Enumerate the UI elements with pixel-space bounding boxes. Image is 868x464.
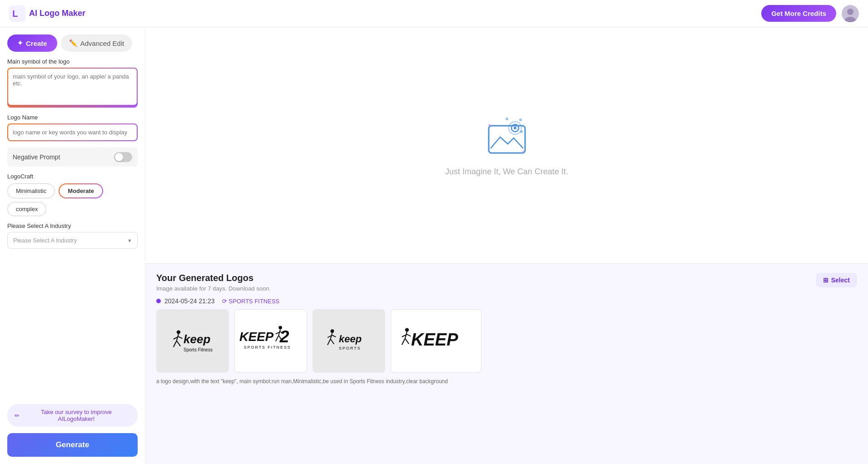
logo-cards: keep Sports Fitness [156,309,857,373]
logo-card-3[interactable]: keep SPORTS [312,309,385,373]
sparkle-icon: ✦ [17,39,23,47]
generate-button[interactable]: Generate [7,433,138,457]
header-right: Get More Credits [761,5,859,22]
svg-line-42 [402,339,405,345]
industry-group: Please Select A Industry Please Select A… [7,222,138,249]
lc-complex[interactable]: complex [7,202,46,216]
logo-card-2[interactable]: KEEP 2 SPORTS FITNESS [234,309,307,373]
tag-icon: ⟳ [222,298,227,305]
logo-name-input[interactable] [8,124,137,140]
svg-line-35 [327,339,331,345]
svg-point-6 [519,118,522,121]
logo-name-label: Logo Name [7,114,138,121]
timestamp-dot [156,299,161,303]
app-logo-icon: L [9,5,25,22]
symbol-textarea[interactable] [8,69,137,105]
svg-line-21 [179,336,182,338]
svg-point-10 [514,127,516,129]
svg-line-27 [276,336,278,341]
survey-icon: ✏ [15,412,20,419]
svg-point-3 [847,9,853,15]
timestamp-text: 2024-05-24 21:23 [164,297,215,305]
svg-point-16 [177,330,180,334]
svg-text:KEEP: KEEP [411,330,458,349]
lc-minimalistic[interactable]: Minimalistic [7,183,55,198]
toggle-knob [115,153,123,161]
placeholder-icon [480,114,534,160]
main-layout: ✦ Create ✏️ Advanced Edit Main symbol of… [0,27,868,464]
main-content: Just Imagine It, We Can Create It. Your … [145,27,868,464]
svg-point-25 [278,326,282,330]
generated-title-group: Your Generated Logos Image available for… [156,273,271,292]
logo-card-1[interactable]: keep Sports Fitness [156,309,229,373]
svg-point-13 [522,150,524,153]
svg-line-43 [405,339,409,344]
logocraft-buttons: Minimalistic Moderate complex [7,183,138,216]
svg-text:2: 2 [279,327,289,346]
sidebar: ✦ Create ✏️ Advanced Edit Main symbol of… [0,27,145,464]
logocraft-group: LogoCraft Minimalistic Moderate complex [7,173,138,216]
get-credits-button[interactable]: Get More Credits [761,5,836,22]
timestamp-row: 2024-05-24 21:23 ⟳ SPORTS FITNESS [156,297,857,305]
svg-line-18 [174,341,177,347]
svg-text:KEEP: KEEP [239,330,274,344]
advanced-edit-tab[interactable]: ✏️ Advanced Edit [61,35,133,52]
industry-tag: ⟳ SPORTS FITNESS [222,298,280,305]
svg-rect-8 [489,126,525,153]
avatar[interactable] [842,5,859,22]
negative-prompt-label: Negative Prompt [13,153,60,161]
create-tab[interactable]: ✦ Create [7,35,57,52]
svg-text:keep: keep [339,333,362,345]
logo-card-4[interactable]: KEEP [391,309,481,373]
lc-moderate[interactable]: Moderate [59,183,103,198]
generated-title: Your Generated Logos [156,273,271,283]
svg-line-36 [331,339,334,344]
svg-point-5 [506,118,508,120]
negative-prompt-row: Negative Prompt [7,148,138,167]
header: L AI Logo Maker Get More Credits [0,0,868,27]
svg-text:L: L [12,9,18,19]
logocraft-label: LogoCraft [7,173,138,180]
svg-text:SPORTS: SPORTS [339,346,361,350]
logo-name-field-group: Logo Name [7,114,138,141]
svg-line-19 [177,341,180,346]
svg-point-33 [331,329,334,333]
svg-point-12 [488,124,491,126]
placeholder-area: Just Imagine It, We Can Create It. [145,27,868,263]
logo-area: L AI Logo Maker [9,5,85,22]
svg-point-40 [405,328,409,331]
tab-row: ✦ Create ✏️ Advanced Edit [7,35,138,52]
industry-select[interactable]: Please Select A Industry [7,232,138,249]
industry-label: Please Select A Industry [7,222,138,229]
svg-line-45 [407,334,411,336]
svg-text:SPORTS FITNESS: SPORTS FITNESS [244,345,291,350]
select-icon: ⊞ [823,276,828,284]
negative-prompt-toggle[interactable] [114,152,132,162]
select-button[interactable]: ⊞ Select [816,273,857,287]
generated-header: Your Generated Logos Image available for… [156,273,857,292]
wand-icon: ✏️ [69,39,78,47]
svg-text:Sports Fitness: Sports Fitness [184,347,213,352]
generated-subtitle: Image available for 7 days. Download soo… [156,285,271,292]
app-title: AI Logo Maker [29,9,85,18]
logo-description: a logo design,with the text "keep", main… [156,378,565,385]
symbol-label: Main symbol of the logo [7,58,138,65]
svg-line-38 [332,335,336,337]
survey-button[interactable]: ✏ Take our survey to improve AILogoMaker… [7,404,138,427]
symbol-field-group: Main symbol of the logo [7,58,138,108]
generated-section: Your Generated Logos Image available for… [145,263,868,464]
placeholder-text: Just Imagine It, We Can Create It. [445,167,568,177]
svg-text:keep: keep [184,332,210,346]
